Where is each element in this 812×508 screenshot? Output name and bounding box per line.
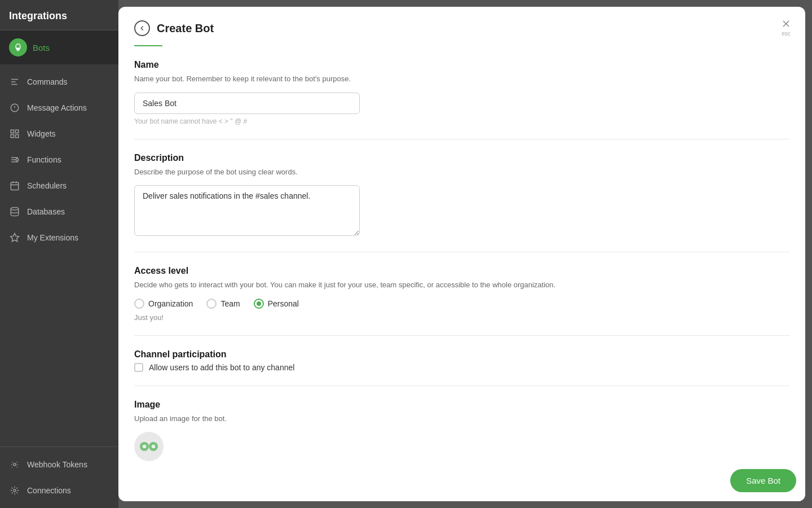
sidebar-connections-label: Connections <box>27 486 71 495</box>
name-hint: Your bot name cannot have < > " @ # <box>134 117 789 125</box>
sidebar-bottom: Webhook Tokens Connections <box>0 446 118 508</box>
svg-rect-13 <box>11 182 19 190</box>
channel-participation-section: Channel participation Allow users to add… <box>134 349 789 372</box>
svg-rect-10 <box>11 135 14 138</box>
access-level-radio-group: Organization Team Personal <box>134 299 789 309</box>
functions-icon <box>9 154 20 165</box>
sidebar-item-message-actions[interactable]: Message Actions <box>0 95 118 121</box>
name-label: Name <box>134 60 789 70</box>
divider-2 <box>134 252 789 252</box>
databases-icon <box>9 206 20 217</box>
radio-team-label: Team <box>220 299 240 308</box>
close-button[interactable]: esc <box>780 18 792 37</box>
radio-personal-input[interactable] <box>254 299 264 309</box>
access-level-section: Access level Decide who gets to interact… <box>134 266 789 322</box>
radio-organization[interactable]: Organization <box>134 299 193 309</box>
radio-team-input[interactable] <box>206 299 217 309</box>
connections-icon <box>9 485 20 496</box>
svg-marker-18 <box>11 234 19 242</box>
main-panel: Create Bot esc Name Name your bot. Remem… <box>118 7 805 501</box>
sidebar-item-webhook-tokens[interactable]: Webhook Tokens <box>0 452 118 478</box>
message-actions-icon <box>9 102 20 113</box>
description-section: Description Describe the purpose of the … <box>134 153 789 239</box>
description-input[interactable] <box>134 185 360 236</box>
access-level-label: Access level <box>134 266 789 276</box>
sidebar-message-actions-label: Message Actions <box>27 103 87 112</box>
sidebar-item-databases[interactable]: Databases <box>0 199 118 225</box>
close-esc-label: esc <box>782 30 791 37</box>
widgets-icon <box>9 128 20 139</box>
divider-4 <box>134 386 789 386</box>
access-hint: Just you! <box>134 313 789 322</box>
divider-1 <box>134 139 789 139</box>
sidebar-bots-label: Bots <box>33 43 50 52</box>
radio-team[interactable]: Team <box>206 299 240 309</box>
sidebar-item-widgets[interactable]: Widgets <box>0 121 118 147</box>
svg-point-1 <box>19 47 19 47</box>
my-extensions-icon <box>9 232 20 243</box>
sidebar-item-connections[interactable]: Connections <box>0 478 118 503</box>
sidebar-item-schedulers[interactable]: Schedulers <box>0 173 118 199</box>
svg-point-26 <box>152 445 156 449</box>
description-desc: Describe the purpose of the bot using cl… <box>134 167 789 178</box>
channel-participation-checkbox[interactable] <box>134 363 143 372</box>
image-desc: Upload an image for the bot. <box>134 413 789 424</box>
back-button[interactable] <box>134 20 150 36</box>
radio-personal-label: Personal <box>268 299 299 308</box>
channel-participation-label: Channel participation <box>134 349 789 360</box>
sidebar-commands-label: Commands <box>27 77 68 86</box>
name-input[interactable] <box>134 93 360 114</box>
radio-personal[interactable]: Personal <box>254 299 299 309</box>
svg-rect-9 <box>16 130 19 133</box>
svg-point-19 <box>14 463 16 466</box>
sidebar-item-functions[interactable]: Functions <box>0 147 118 173</box>
sidebar-databases-label: Databases <box>27 207 65 216</box>
sidebar-header: Integrations <box>0 0 118 30</box>
sidebar-nav: Commands Message Actions Widgets <box>0 64 118 446</box>
svg-point-0 <box>16 47 17 47</box>
schedulers-icon <box>9 180 20 191</box>
svg-point-25 <box>143 445 147 449</box>
bots-icon <box>9 38 27 56</box>
divider-3 <box>134 335 789 336</box>
name-section: Name Name your bot. Remember to keep it … <box>134 60 789 125</box>
form-content: Name Name your bot. Remember to keep it … <box>118 46 805 475</box>
channel-participation-checkbox-label: Allow users to add this bot to any chann… <box>149 363 294 372</box>
sidebar-item-commands[interactable]: Commands <box>0 69 118 95</box>
description-label: Description <box>134 153 789 163</box>
sidebar-functions-label: Functions <box>27 155 61 164</box>
sidebar-item-bots[interactable]: Bots <box>0 30 118 64</box>
access-level-desc: Decide who gets to interact with your bo… <box>134 279 789 291</box>
svg-point-20 <box>14 489 16 492</box>
sidebar-schedulers-label: Schedulers <box>27 181 67 190</box>
image-label: Image <box>134 400 789 410</box>
commands-icon <box>9 76 20 87</box>
sidebar-widgets-label: Widgets <box>27 129 56 138</box>
svg-point-12 <box>16 159 19 161</box>
svg-rect-8 <box>11 130 14 133</box>
sidebar: Integrations Bots Commands <box>0 0 118 508</box>
sidebar-item-my-extensions[interactable]: My Extensions <box>0 225 118 251</box>
bot-avatar[interactable] <box>134 432 164 461</box>
modal-title: Create Bot <box>157 22 214 35</box>
svg-rect-11 <box>16 135 19 138</box>
image-section: Image Upload an image for the bot. <box>134 400 789 462</box>
svg-point-17 <box>11 208 19 211</box>
channel-participation-checkbox-row: Allow users to add this bot to any chann… <box>134 363 789 372</box>
sidebar-my-extensions-label: My Extensions <box>27 233 78 242</box>
modal-header: Create Bot esc <box>118 7 805 45</box>
sidebar-webhook-tokens-label: Webhook Tokens <box>27 460 87 469</box>
radio-organization-label: Organization <box>148 299 193 308</box>
radio-organization-input[interactable] <box>134 299 144 309</box>
sidebar-title: Integrations <box>9 10 67 21</box>
name-description: Name your bot. Remember to keep it relev… <box>134 73 789 85</box>
webhook-tokens-icon <box>9 459 20 470</box>
save-button[interactable]: Save Bot <box>730 469 796 492</box>
